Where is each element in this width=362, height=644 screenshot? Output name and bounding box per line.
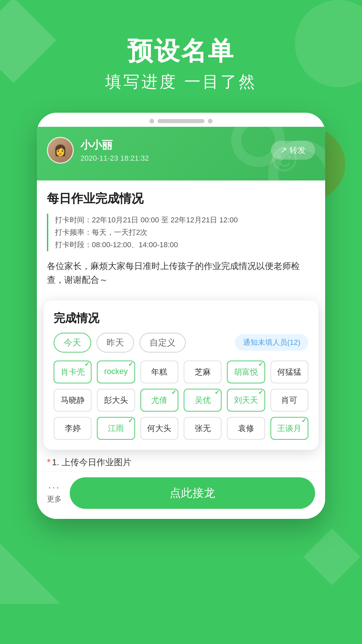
- phone-mockup-wrapper: ☺ 👩 小小丽 2020-11-23 18:21:32 ↗ 转发: [0, 113, 362, 519]
- name-item-17: 王谈月: [270, 417, 308, 440]
- triangle-shape: [0, 543, 60, 604]
- submit-button[interactable]: 点此接龙: [70, 477, 315, 509]
- required-field-text: 1. 上传今日作业图片: [52, 457, 131, 467]
- name-item-15: 张无: [184, 417, 222, 440]
- info-block: 打卡时间：22年10月21日 00:00 至 22年12月21日 12:00 打…: [47, 214, 315, 251]
- filter-yesterday[interactable]: 昨天: [97, 333, 134, 353]
- header-section: 预设名单 填写进度 一目了然: [0, 0, 362, 113]
- user-name: 小小丽: [80, 138, 149, 153]
- name-item-10: 刘天天: [227, 389, 265, 412]
- filter-today[interactable]: 今天: [54, 333, 91, 353]
- forward-button[interactable]: ↗ 转发: [271, 141, 315, 160]
- page-subtitle: 填写进度 一目了然: [0, 71, 362, 93]
- name-item-7: 彭大头: [97, 389, 135, 412]
- name-item-3: 芝麻: [184, 361, 222, 383]
- phone-dot-2: [208, 119, 213, 123]
- status-card: 完成情况 今天 昨天 自定义 通知未填人员(12) 肖卡壳rockey年糕芝麻胡…: [44, 301, 318, 450]
- forward-icon: ↗: [280, 146, 287, 155]
- user-time: 2020-11-23 18:21:32: [80, 154, 149, 163]
- info-line-1: 打卡时间：22年10月21日 00:00 至 22年12月21日 12:00: [55, 214, 315, 226]
- more-label: 更多: [47, 494, 62, 504]
- phone-dot: [149, 119, 154, 123]
- more-button[interactable]: ··· 更多: [47, 482, 62, 504]
- name-item-14: 何大头: [140, 417, 178, 440]
- name-item-5: 何猛猛: [270, 361, 308, 383]
- forward-label: 转发: [290, 145, 306, 156]
- content-description: 各位家长，麻烦大家每日准时上传孩子的作业完成情况以便老师检查，谢谢配合～: [47, 259, 315, 287]
- content-title: 每日作业完成情况: [47, 191, 315, 207]
- name-item-4: 胡富悦: [227, 361, 265, 383]
- more-dots: ···: [48, 482, 60, 493]
- phone-speaker: [158, 119, 204, 123]
- required-star: *: [47, 457, 51, 467]
- phone-mockup: ☺ 👩 小小丽 2020-11-23 18:21:32 ↗ 转发: [37, 113, 325, 519]
- filter-custom[interactable]: 自定义: [139, 333, 186, 353]
- bottom-bar: ··· 更多 点此接龙: [37, 472, 325, 519]
- name-item-8: 尤倩: [140, 389, 178, 412]
- info-line-3: 打卡时段：08:00-12:00、14:00-18:00: [55, 238, 315, 251]
- card-user-left: 👩 小小丽 2020-11-23 18:21:32: [47, 137, 149, 164]
- content-area: 每日作业完成情况 打卡时间：22年10月21日 00:00 至 22年12月21…: [37, 180, 325, 301]
- card-user-info: 小小丽 2020-11-23 18:21:32: [80, 138, 149, 163]
- name-item-13: 江雨: [97, 417, 135, 440]
- name-item-12: 李婷: [54, 417, 92, 440]
- info-line-2: 打卡频率：每天，一天打2次: [55, 226, 315, 238]
- notify-button[interactable]: 通知未填人员(12): [235, 334, 308, 351]
- name-item-9: 吴优: [184, 389, 222, 412]
- status-title: 完成情况: [54, 311, 308, 326]
- name-item-11: 肖可: [270, 389, 308, 412]
- name-item-2: 年糕: [140, 361, 178, 383]
- name-grid: 肖卡壳rockey年糕芝麻胡富悦何猛猛马晓静彭大头尤倩吴优刘天天肖可李婷江雨何大…: [54, 361, 308, 440]
- page-title: 预设名单: [0, 37, 362, 65]
- name-item-6: 马晓静: [54, 389, 92, 412]
- filter-row: 今天 昨天 自定义 通知未填人员(12): [54, 333, 308, 353]
- card-user-row: 👩 小小丽 2020-11-23 18:21:32 ↗ 转发: [47, 137, 315, 164]
- name-item-1: rockey: [97, 361, 135, 383]
- avatar-image: 👩: [48, 138, 73, 163]
- avatar: 👩: [47, 137, 74, 164]
- card-header: ☺ 👩 小小丽 2020-11-23 18:21:32 ↗ 转发: [37, 127, 325, 180]
- phone-top-bar: [37, 113, 325, 127]
- name-item-16: 袁修: [227, 417, 265, 440]
- diamond-br-shape: [303, 528, 360, 585]
- required-field-line: *1. 上传今日作业图片: [37, 450, 325, 472]
- name-item-0: 肖卡壳: [54, 361, 92, 383]
